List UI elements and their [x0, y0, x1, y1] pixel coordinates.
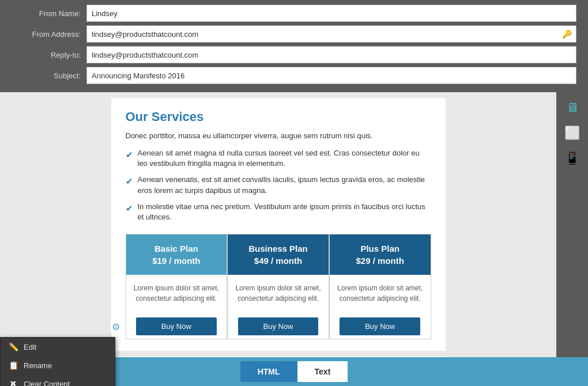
email-title: Our Services — [126, 109, 431, 124]
from-address-input[interactable] — [86, 25, 576, 43]
context-menu: ✏️ Edit 📋 Rename ✖ Clear Content 🔲 Make … — [0, 337, 115, 386]
pricing-card-basic: Basic Plan $19 / month Lorem ipsum dolor… — [126, 234, 228, 339]
business-price: $49 / month — [233, 255, 323, 267]
checklist-text-2: Aenean venenatis, est sit amet convallis… — [138, 175, 431, 195]
mobile-view-icon[interactable]: 📱 — [562, 149, 582, 168]
basic-body: Lorem ipsum dolor sit amet, consectetur … — [126, 275, 227, 312]
pricing-card-plus: Plus Plan $29 / month Lorem ipsum dolor … — [329, 234, 431, 339]
basic-price: $19 / month — [132, 255, 221, 267]
from-name-label: From Name: — [12, 9, 86, 18]
email-content: Our Services Donec porttitor, massa eu u… — [111, 98, 446, 351]
basic-header: Basic Plan $19 / month — [126, 234, 227, 275]
subject-label: Subject: — [12, 71, 86, 80]
checklist-text-3: In molestie vitae urna nec pretium. Vest… — [138, 202, 431, 222]
business-buy-button[interactable]: Buy Now — [238, 317, 319, 335]
checklist-item-1: ✔ Aenean sit amet magna id nulla cursus … — [126, 148, 431, 169]
gear-icon[interactable]: ⚙ — [111, 321, 121, 333]
business-plan-name: Business Plan — [233, 243, 323, 255]
rename-label: Rename — [24, 361, 52, 370]
from-address-label: From Address: — [12, 30, 86, 39]
plus-plan-name: Plus Plan — [336, 243, 425, 255]
gear-icon-container: ⚙ — [111, 321, 121, 332]
from-address-row: From Address: 🔑 — [12, 25, 576, 43]
menu-item-clear[interactable]: ✖ Clear Content — [1, 374, 115, 386]
edit-icon: ✏️ — [9, 342, 18, 351]
menu-item-rename[interactable]: 📋 Rename — [1, 356, 115, 374]
menu-item-edit[interactable]: ✏️ Edit — [1, 338, 115, 356]
rename-icon: 📋 — [9, 361, 18, 370]
pricing-row: Basic Plan $19 / month Lorem ipsum dolor… — [126, 234, 431, 339]
tab-text[interactable]: Text — [297, 361, 348, 382]
basic-plan-name: Basic Plan — [132, 243, 221, 255]
form-area: From Name: From Address: 🔑 Reply-to: Sub… — [0, 0, 588, 92]
edit-label: Edit — [24, 343, 36, 351]
checklist-item-3: ✔ In molestie vitae urna nec pretium. Ve… — [126, 202, 431, 222]
key-icon: 🔑 — [562, 29, 572, 39]
subject-input[interactable] — [86, 67, 576, 84]
reply-to-input[interactable] — [86, 46, 576, 63]
pricing-card-business: Business Plan $49 / month Lorem ipsum do… — [227, 234, 329, 339]
right-toolbar: 🖥 ⬜ 📱 — [556, 92, 588, 386]
desktop-view-icon[interactable]: 🖥 — [564, 98, 581, 118]
clear-label: Clear Content — [24, 380, 70, 387]
from-address-wrapper: 🔑 — [86, 25, 576, 43]
checklist-item-2: ✔ Aenean venenatis, est sit amet convall… — [126, 175, 431, 195]
from-name-input[interactable] — [86, 5, 576, 22]
main-area: Our Services Donec porttitor, massa eu u… — [0, 92, 588, 386]
reply-to-row: Reply-to: — [12, 46, 576, 63]
email-intro: Donec porttitor, massa eu ullamcorper vi… — [126, 131, 431, 140]
check-icon-2: ✔ — [126, 175, 133, 187]
check-icon-1: ✔ — [126, 149, 133, 161]
basic-buy-button[interactable]: Buy Now — [136, 317, 217, 335]
from-name-row: From Name: — [12, 5, 576, 22]
checklist-text-1: Aenean sit amet magna id nulla cursus la… — [138, 148, 431, 169]
subject-row: Subject: — [12, 67, 576, 84]
plus-header: Plus Plan $29 / month — [330, 234, 431, 275]
reply-to-label: Reply-to: — [12, 51, 86, 59]
business-body: Lorem ipsum dolor sit amet, consectetur … — [228, 275, 329, 312]
clear-icon: ✖ — [9, 379, 18, 386]
checklist: ✔ Aenean sit amet magna id nulla cursus … — [126, 148, 431, 222]
tab-html[interactable]: HTML — [240, 361, 297, 382]
tablet-view-icon[interactable]: ⬜ — [562, 123, 582, 143]
plus-body: Lorem ipsum dolor sit amet, consectetur … — [330, 275, 431, 312]
check-icon-3: ✔ — [126, 202, 133, 214]
business-header: Business Plan $49 / month — [228, 234, 329, 275]
plus-price: $29 / month — [336, 255, 425, 267]
plus-buy-button[interactable]: Buy Now — [340, 317, 420, 335]
